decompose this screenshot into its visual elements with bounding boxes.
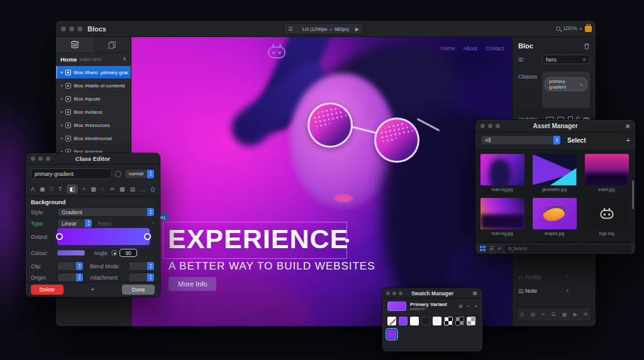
tool-code-icon[interactable]: () (151, 186, 155, 192)
scrollbar[interactable] (632, 180, 634, 209)
origin-dropdown[interactable]: ▲▼ (57, 273, 84, 282)
asset-item[interactable]: geometric.jpg (530, 154, 579, 192)
class-name-input[interactable]: primary-gradient (31, 168, 112, 179)
tool-position-icon[interactable]: + (82, 186, 86, 192)
layer-row[interactable]: ▸Bloc #table-of-contents (56, 79, 131, 92)
page-selector[interactable]: Home index.html ⇅ (56, 53, 131, 66)
tool-border-icon[interactable]: □ (50, 186, 53, 192)
disclosure-icon[interactable]: ▸ (61, 123, 63, 128)
list-icon[interactable]: ☰ (551, 312, 555, 317)
add-swatch-icon[interactable]: + (474, 303, 477, 309)
tooltip-add-icon[interactable]: + (566, 274, 590, 280)
asset-item[interactable]: logo.svg (582, 198, 631, 236)
asset-thumbnail[interactable] (585, 154, 629, 185)
style-dropdown[interactable]: Gradient ▲▼ (57, 207, 155, 217)
zoom-button[interactable] (496, 124, 500, 128)
gradient-preview-bar[interactable] (57, 228, 150, 245)
layer-row[interactable]: ▸Bloc #testimonial (56, 132, 131, 145)
swatch-selected-purple[interactable] (387, 330, 396, 339)
add-asset-icon[interactable]: + (626, 136, 630, 144)
swatch-checker-light[interactable] (467, 317, 475, 325)
breakpoint-control[interactable]: ☰ LG (1200px → 982px) ▶ (284, 23, 364, 35)
asset-thumbnail[interactable] (533, 198, 577, 229)
angle-dial[interactable] (111, 250, 117, 256)
close-button[interactable] (480, 124, 485, 128)
video-icon[interactable]: ▶ (574, 312, 577, 317)
preview-play-icon[interactable]: ▶ (355, 26, 359, 32)
tool-shadow-icon[interactable]: ▩ (91, 186, 96, 192)
angle-input[interactable]: 90 (119, 249, 137, 257)
layer-row[interactable]: ▸Bloc #videos (56, 106, 131, 119)
grid-view-icon[interactable] (480, 246, 486, 251)
blend-dropdown[interactable]: ▲▼ (128, 261, 155, 271)
attachment-dropdown[interactable]: ▲▼ (128, 273, 155, 282)
hero-nav-contact[interactable]: Contact (486, 45, 504, 52)
swatch-checker-gray[interactable] (455, 317, 464, 325)
info-icon[interactable]: ▣ (472, 290, 477, 296)
tab-layers[interactable] (56, 37, 94, 52)
asset-item[interactable]: event.jpg (582, 154, 631, 192)
currency-icon[interactable]: ¤ (542, 312, 545, 317)
class-tag[interactable]: primary-gradient ✕ (545, 77, 587, 91)
minus-icon[interactable]: − (467, 303, 470, 309)
store-bag-icon[interactable] (585, 26, 592, 32)
id-field[interactable]: hero ⊗ (542, 55, 590, 64)
tool-transform-icon[interactable]: ≍ (109, 186, 114, 192)
asset-item[interactable]: shapes.jpg (530, 198, 579, 236)
main-titlebar[interactable]: Blocs ☰ LG (1200px → 982px) ▶ 100% ▾ (56, 21, 596, 37)
hero-nav-about[interactable]: About (464, 45, 477, 52)
swatch-manager-titlebar[interactable]: Swatch Manager ▣ (382, 288, 482, 298)
asset-search-field[interactable]: Search (505, 245, 631, 253)
clip-dropdown[interactable]: ▲▼ (57, 261, 84, 271)
state-dropdown[interactable]: normal ▲▼ (125, 169, 155, 179)
add-state-icon[interactable] (115, 171, 121, 177)
asset-item[interactable]: main-bg.jpg (478, 154, 526, 192)
swatch-black[interactable] (421, 317, 430, 325)
asset-thumbnail[interactable] (480, 154, 525, 185)
classes-box[interactable]: primary-gradient ✕ (542, 72, 590, 108)
swatch-checker-bw[interactable] (444, 317, 453, 325)
class-tag-remove-icon[interactable]: ✕ (580, 82, 583, 87)
zoom-control[interactable]: 100% ▾ (556, 25, 582, 31)
tool-color-icon[interactable]: ∴ (101, 186, 105, 192)
note-add-icon[interactable]: + (566, 288, 590, 294)
colour-swatch[interactable] (57, 250, 85, 256)
tool-grid-icon[interactable]: ▦ (119, 186, 125, 192)
code-icon[interactable]: ⟨⟩ (520, 312, 524, 317)
asset-thumbnail[interactable] (585, 198, 629, 229)
zoom-button[interactable] (399, 292, 402, 295)
tool-cursor-icon[interactable]: Λ (31, 186, 35, 192)
done-button[interactable]: Done (122, 285, 155, 295)
page-stepper-icon[interactable]: ⇅ (123, 57, 126, 62)
add-stop-icon[interactable]: + (152, 221, 155, 227)
class-editor-titlebar[interactable]: Class Editor (26, 153, 160, 165)
layer-row-hero[interactable]: ▸Bloc #hero .primary-gradient (56, 66, 131, 79)
hero-subheading[interactable]: A BETTER WAY TO BUILD WEBSITES (169, 260, 375, 273)
disclosure-icon[interactable]: ▸ (61, 136, 63, 141)
gradient-stop-left[interactable] (56, 233, 63, 240)
tool-text-icon[interactable]: T (58, 186, 62, 192)
swatch-none[interactable] (387, 317, 396, 325)
close-button[interactable] (61, 26, 66, 31)
tool-box-icon[interactable]: ▣ (40, 186, 45, 192)
note-row[interactable]: ▤ Note + (518, 288, 590, 294)
disclosure-icon[interactable]: ▸ (61, 70, 63, 75)
asset-filter-dropdown[interactable]: All ▲▼ (480, 135, 561, 145)
tool-background-icon[interactable]: ◧ (67, 185, 77, 194)
menu-icon[interactable]: ☰ (288, 26, 292, 32)
disclosure-icon[interactable]: ▸ (61, 96, 63, 101)
clear-icon[interactable]: ⊗ (582, 57, 586, 62)
select-label[interactable]: Select (567, 137, 586, 144)
layer-row[interactable]: ▸Bloc #quote (56, 92, 131, 106)
minimize-button[interactable] (392, 292, 396, 295)
tooltip-row[interactable]: ▭ Tooltip + (518, 274, 590, 280)
asset-manager-titlebar[interactable]: Asset Manager ▣ (475, 120, 635, 133)
link-icon[interactable]: ∞ (497, 246, 501, 251)
tab-pages[interactable] (94, 37, 131, 52)
disclosure-icon[interactable]: ▸ (61, 109, 63, 114)
trash-icon[interactable] (584, 43, 590, 50)
close-button[interactable] (386, 292, 390, 295)
minimize-button[interactable] (69, 26, 74, 31)
message-icon[interactable]: ✉ (584, 312, 588, 317)
settings-gear-icon[interactable]: ▣ (625, 123, 630, 129)
